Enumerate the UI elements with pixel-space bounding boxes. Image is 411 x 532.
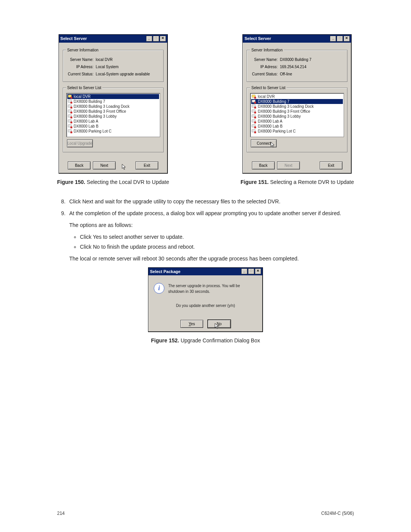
list-item[interactable]: DX8000 Parking Lot C: [251, 129, 343, 134]
server-list-group: Select to Server List local DVRDX8000 Bu…: [63, 85, 164, 152]
server-name-label: Server Name:: [250, 57, 280, 62]
local-server-icon: [252, 94, 256, 99]
list-item[interactable]: DX8000 Building 3 Loading Dock: [251, 104, 343, 109]
doc-id: C624M-C (5/06): [321, 510, 354, 517]
server-listbox[interactable]: local DVRDX8000 Building 7DX8000 Buildin…: [66, 93, 160, 137]
upgrade-confirmation-dialog: Select Package _ □ ✕ i The server upgrad…: [148, 267, 263, 332]
next-button[interactable]: Next: [277, 161, 300, 169]
minimize-icon[interactable]: _: [241, 268, 247, 274]
svg-rect-3: [70, 102, 72, 104]
svg-rect-11: [70, 121, 72, 123]
titlebar: Select Server _ □ ✕: [59, 35, 167, 43]
back-button[interactable]: Back: [252, 161, 275, 169]
list-item[interactable]: DX8000 Building 3 Lobby: [67, 114, 159, 119]
remote-server-icon: [252, 104, 256, 109]
list-item[interactable]: DX8000 Lab A: [251, 119, 343, 124]
server-information-group: Server Information Server Name:DX8000 Bu…: [247, 47, 347, 82]
modal-message: The server upgrade in process. You will …: [168, 283, 257, 294]
connect-button[interactable]: Connect: [251, 139, 277, 147]
svg-rect-31: [254, 131, 256, 133]
list-item[interactable]: DX8000 Lab B: [251, 124, 343, 129]
svg-rect-7: [70, 112, 72, 113]
list-item-label: DX8000 Lab B: [258, 124, 282, 129]
svg-rect-21: [254, 107, 256, 109]
server-listbox[interactable]: local DVRDX8000 Building 7DX8000 Buildin…: [250, 93, 344, 137]
group-label: Select to Server List: [66, 85, 102, 91]
list-item-label: DX8000 Building 7: [74, 99, 105, 104]
no-button[interactable]: No: [208, 320, 231, 328]
status-label: Current Status:: [66, 71, 96, 77]
close-icon[interactable]: ✕: [255, 268, 261, 274]
list-item[interactable]: DX8000 Building 3 Lobby: [251, 114, 343, 119]
yes-button[interactable]: Yes: [180, 320, 203, 328]
list-item[interactable]: DX8000 Lab A: [67, 119, 159, 124]
back-button[interactable]: Back: [68, 161, 91, 169]
server-name-label: Server Name:: [66, 57, 96, 62]
list-item-label: DX8000 Building 3 Loading Dock: [74, 104, 130, 109]
window-title: Select Server: [61, 35, 87, 42]
list-item-label: DX8000 Building 3 Front Office: [258, 109, 310, 114]
svg-rect-1: [70, 97, 72, 99]
svg-rect-13: [70, 126, 72, 128]
svg-rect-19: [254, 102, 256, 104]
list-item[interactable]: local DVR: [251, 94, 343, 99]
exit-button[interactable]: Exit: [135, 161, 158, 169]
maximize-icon[interactable]: □: [153, 36, 159, 42]
bullet-item: Click No to finish the update process an…: [80, 243, 354, 251]
local-server-icon: [68, 94, 72, 99]
svg-rect-25: [254, 117, 256, 118]
list-item-label: DX8000 Lab A: [258, 119, 282, 124]
status-value: Off-line: [280, 71, 292, 77]
list-item[interactable]: DX8000 Building 3 Front Office: [67, 109, 159, 114]
ip-label: IP Adress:: [250, 64, 280, 70]
remote-server-icon: [252, 119, 256, 123]
server-name-value: DX8000 Building 7: [280, 57, 311, 62]
window-title: Select Package: [150, 268, 180, 275]
list-item[interactable]: DX8000 Lab B: [67, 124, 159, 129]
local-upgrade-button[interactable]: Local Upgrade: [67, 139, 93, 147]
list-item-label: DX8000 Building 3 Lobby: [74, 114, 117, 119]
svg-rect-23: [254, 112, 256, 113]
remote-server-icon: [68, 119, 72, 123]
group-label: Select to Server List: [250, 85, 286, 91]
list-item[interactable]: local DVR: [67, 94, 159, 99]
figure-caption: Figure 150. Selecting the Local DVR to U…: [57, 178, 169, 186]
list-item-label: DX8000 Parking Lot C: [258, 129, 296, 134]
remote-server-icon: [68, 109, 72, 113]
svg-rect-5: [70, 107, 72, 109]
titlebar: Select Server _ □ ✕: [243, 35, 351, 43]
list-item-label: DX8000 Lab A: [74, 119, 99, 124]
remote-server-icon: [68, 104, 72, 109]
group-label: Server Information: [250, 47, 284, 53]
status-value: Local-System upgrade available: [96, 71, 150, 77]
close-icon[interactable]: ✕: [344, 36, 350, 42]
remote-server-icon: [68, 114, 72, 118]
server-name-value: local DVR: [96, 57, 113, 62]
list-item[interactable]: DX8000 Building 3 Front Office: [251, 109, 343, 114]
svg-rect-27: [254, 121, 256, 123]
exit-button[interactable]: Exit: [320, 161, 342, 169]
modal-prompt: Do you update another server (y/n): [154, 303, 257, 308]
select-server-dialog-local: Select Server _ □ ✕ Server Information S…: [59, 34, 168, 174]
step-8: Click Next and wait for the upgrade util…: [67, 198, 354, 206]
remote-server-icon: [252, 109, 256, 113]
minimize-icon[interactable]: _: [146, 36, 152, 42]
status-label: Current Status:: [250, 71, 280, 77]
server-information-group: Server Information Server Name:local DVR…: [63, 47, 164, 82]
maximize-icon[interactable]: □: [248, 268, 254, 274]
ip-value: 169.254.54.214: [280, 64, 306, 70]
list-item[interactable]: DX8000 Building 7: [251, 99, 343, 104]
list-item-label: DX8000 Building 3 Front Office: [74, 109, 126, 114]
list-item[interactable]: DX8000 Parking Lot C: [67, 129, 159, 134]
close-icon[interactable]: ✕: [160, 36, 166, 42]
remote-server-icon: [252, 129, 256, 133]
svg-rect-29: [254, 126, 256, 128]
svg-rect-15: [70, 131, 72, 133]
list-item[interactable]: DX8000 Building 7: [67, 99, 159, 104]
next-button[interactable]: Next: [93, 161, 116, 169]
remote-server-icon: [68, 129, 72, 133]
minimize-icon[interactable]: _: [330, 36, 336, 42]
info-icon: i: [154, 283, 164, 294]
list-item[interactable]: DX8000 Building 3 Loading Dock: [67, 104, 159, 109]
maximize-icon[interactable]: □: [337, 36, 343, 42]
